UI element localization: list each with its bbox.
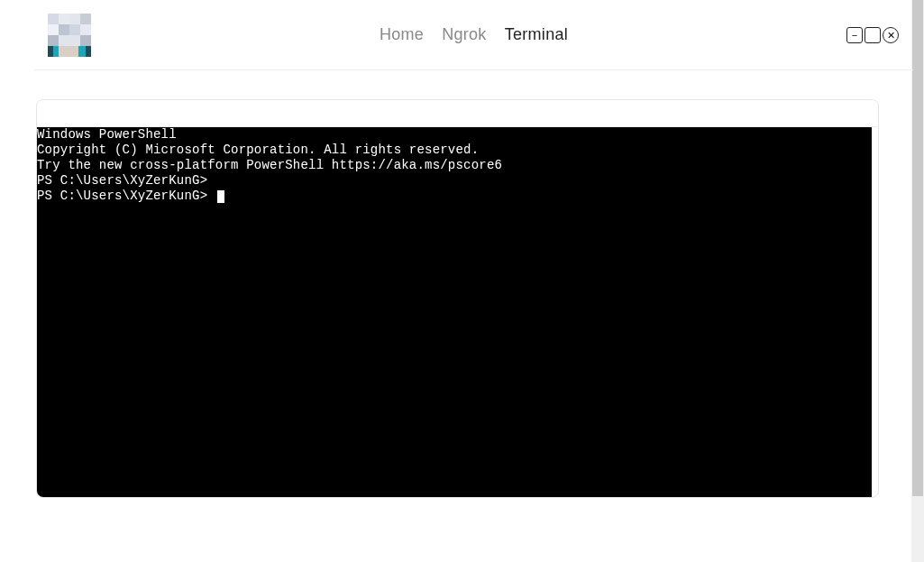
terminal-line: Windows PowerShell xyxy=(37,127,872,143)
maximize-button[interactable] xyxy=(865,27,881,43)
logo-avatar[interactable] xyxy=(48,14,91,57)
logo-pixel xyxy=(59,14,69,24)
terminal-cursor xyxy=(217,190,224,203)
scrollbar-thumb[interactable] xyxy=(912,0,923,496)
window-controls: − ✕ xyxy=(846,27,899,43)
scrollbar-track[interactable] xyxy=(911,0,924,562)
nav-terminal[interactable]: Terminal xyxy=(505,25,568,44)
logo-pixel xyxy=(80,14,91,24)
logo-pixel xyxy=(86,46,91,57)
terminal-line: Try the new cross-platform PowerShell ht… xyxy=(37,158,872,173)
close-icon: ✕ xyxy=(887,31,895,41)
logo-pixel xyxy=(59,46,69,57)
logo-pixel xyxy=(59,35,69,46)
terminal-panel: Windows PowerShellCopyright (C) Microsof… xyxy=(36,99,879,498)
logo-pixel xyxy=(48,14,59,24)
logo-pixel xyxy=(80,24,91,35)
page-container: Home Ngrok Terminal − ✕ Windows PowerShe… xyxy=(34,0,913,498)
logo-pixel xyxy=(48,35,59,46)
minimize-icon: − xyxy=(852,31,857,41)
terminal-output[interactable]: Windows PowerShellCopyright (C) Microsof… xyxy=(37,127,872,497)
logo-pixel xyxy=(69,35,80,46)
main-nav: Home Ngrok Terminal xyxy=(380,25,568,44)
terminal-line: PS C:\Users\XyZerKunG> xyxy=(37,189,872,204)
logo-pixel xyxy=(59,24,69,35)
logo-pixel xyxy=(69,14,80,24)
nav-home[interactable]: Home xyxy=(380,25,424,44)
logo-pixel xyxy=(69,24,80,35)
terminal-line: Copyright (C) Microsoft Corporation. All… xyxy=(37,143,872,158)
terminal-title-bar[interactable] xyxy=(37,100,878,127)
minimize-button[interactable]: − xyxy=(846,27,863,43)
close-button[interactable]: ✕ xyxy=(883,27,899,43)
nav-ngrok[interactable]: Ngrok xyxy=(442,25,487,44)
terminal-line: PS C:\Users\XyZerKunG> xyxy=(37,173,872,189)
header: Home Ngrok Terminal − ✕ xyxy=(34,0,913,70)
logo-pixel xyxy=(80,35,91,46)
logo-pixel xyxy=(48,24,59,35)
